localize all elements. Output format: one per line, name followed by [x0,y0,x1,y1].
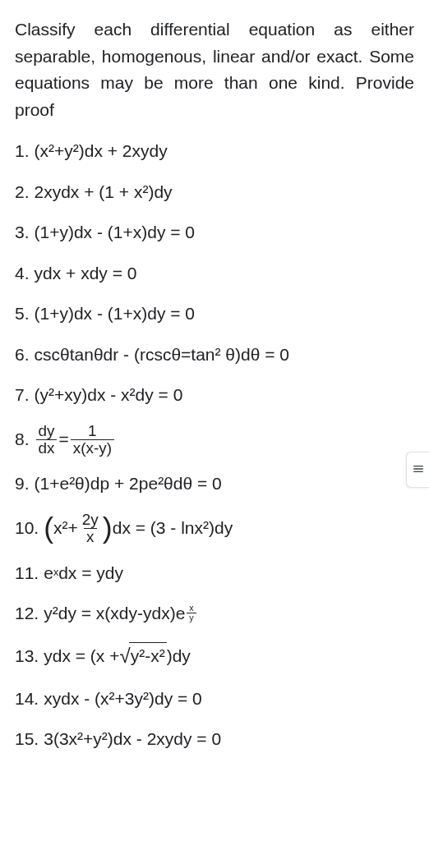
denominator: x [84,528,96,545]
list-item: 6. cscθtanθdr - (rcscθ=tan² θ)dθ = 0 [15,342,414,368]
list-item: 4. ydx + xdy = 0 [15,260,414,287]
menu-icon [412,457,425,483]
equation: ydx = (x + √ y²-x² )dy [44,641,191,671]
equation: ( x²+ 2y x ) dx = (3 - lnx²)dy [44,512,233,545]
numerator: 2y [80,512,101,528]
term: x²+ [53,515,78,541]
denominator: x(x-y) [71,439,114,457]
radicand: y²-x² [129,642,167,669]
item-number: 2. [15,179,30,205]
equation: (1+y)dx - (1+x)dy = 0 [35,301,196,327]
list-item: 1. (x²+y²)dx + 2xydy [15,138,414,164]
list-item: 8. dy dx = 1 x(x-y) [15,423,414,457]
item-number: 11. [15,560,39,586]
list-item: 7. (y²+xy)dx - x²dy = 0 [15,382,414,408]
item-number: 14. [15,686,39,712]
list-item: 5. (1+y)dx - (1+x)dy = 0 [15,301,414,327]
equation: 2xydx + (1 + x²)dy [35,179,173,205]
equation: cscθtanθdr - (rcscθ=tan² θ)dθ = 0 [35,342,289,368]
item-number: 5. [15,301,30,327]
equation: xydx - (x²+3y²)dy = 0 [44,686,202,712]
equation: (1+e²θ)dp + 2pe²θdθ = 0 [35,471,222,497]
item-number: 12. [15,600,39,627]
term: )dy [167,643,191,669]
equation: y²dy = x(xdy-ydx)exy [44,600,197,627]
term: e [44,560,53,586]
list-item: 13. ydx = (x + √ y²-x² )dy [15,641,414,671]
item-number: 10. [15,515,39,541]
item-number: 9. [15,471,30,497]
term: dx = (3 - lnx²)dy [113,515,233,541]
equals: = [58,426,68,452]
item-number: 7. [15,382,30,408]
right-paren: ) [103,517,113,540]
term: ydx = (x + [44,643,119,669]
term: y²dy = x(xdy-ydx)e [44,600,185,627]
numerator: x [187,604,196,613]
equation: ydx + xdy = 0 [35,260,137,287]
superscript-fraction: xy [185,604,197,622]
item-number: 6. [15,342,30,368]
list-item: 3. (1+y)dx - (1+x)dy = 0 [15,219,414,246]
fraction: dy dx [36,423,58,457]
item-number: 3. [15,219,30,246]
equation: (1+y)dx - (1+x)dy = 0 [35,219,196,246]
equation: (x²+y²)dx + 2xydy [35,138,168,164]
list-item: 9. (1+e²θ)dp + 2pe²θdθ = 0 [15,471,414,497]
term: dx = ydy [58,560,123,586]
numerator: dy [36,423,58,439]
denominator: y [187,613,196,622]
square-root: √ y²-x² [119,641,166,671]
left-paren: ( [44,517,53,540]
equation: exdx = ydy [44,560,123,586]
list-item: 10. ( x²+ 2y x ) dx = (3 - lnx²)dy [15,512,414,545]
item-number: 15. [15,726,39,752]
item-number: 4. [15,260,30,287]
equation: 3(3x²+y²)dx - 2xydy = 0 [44,726,221,752]
fraction: 2y x [80,512,101,545]
list-item: 14. xydx - (x²+3y²)dy = 0 [15,686,414,712]
sidebar-toggle-button[interactable] [406,452,429,488]
equation: (y²+xy)dx - x²dy = 0 [35,382,183,408]
numerator: 1 [85,423,99,439]
denominator: dx [36,439,58,457]
fraction: 1 x(x-y) [71,423,114,457]
equation: dy dx = 1 x(x-y) [35,423,116,457]
item-number: 13. [15,643,39,669]
item-number: 8. [15,426,30,452]
instruction-text: Classify each differential equation as e… [15,16,414,123]
list-item: 11. exdx = ydy [15,560,414,586]
list-item: 15. 3(3x²+y²)dx - 2xydy = 0 [15,726,414,752]
item-number: 1. [15,138,30,164]
list-item: 12. y²dy = x(xdy-ydx)exy [15,600,414,627]
problem-list: 1. (x²+y²)dx + 2xydy 2. 2xydx + (1 + x²)… [15,138,414,752]
list-item: 2. 2xydx + (1 + x²)dy [15,179,414,205]
